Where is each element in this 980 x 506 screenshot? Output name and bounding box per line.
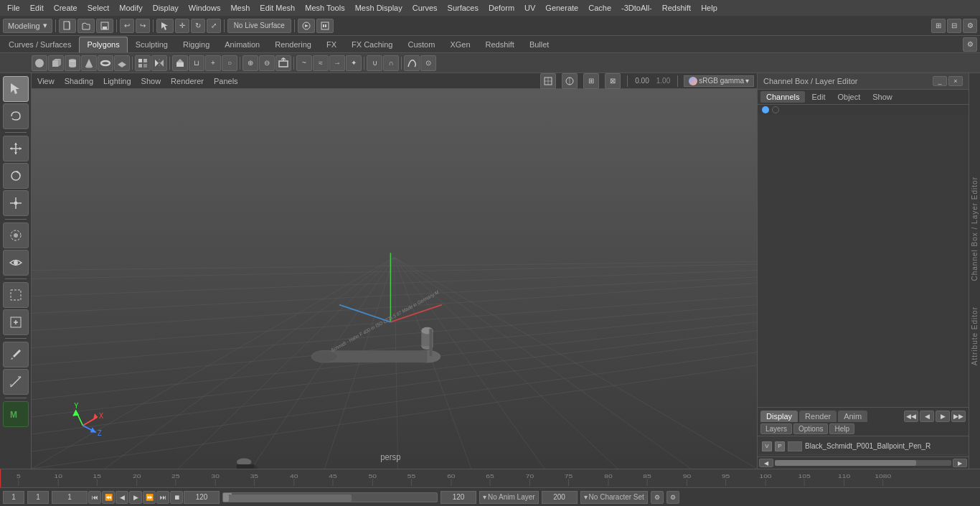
stop-btn[interactable]: ⏹	[170, 491, 183, 504]
tab-sculpting[interactable]: Sculpting	[128, 37, 175, 52]
sculpt-btn[interactable]	[404, 55, 420, 71]
range-end-2[interactable]	[542, 491, 578, 504]
transfer-attr-btn[interactable]: →	[329, 55, 345, 71]
cube-btn[interactable]	[48, 55, 64, 71]
combine-btn[interactable]: ⊕	[242, 55, 258, 71]
ipr-btn[interactable]	[316, 19, 334, 33]
menu-mesh-tools[interactable]: Mesh Tools	[301, 2, 349, 14]
options-menu[interactable]: Options	[793, 423, 828, 434]
max-range-input[interactable]	[440, 491, 476, 504]
vp-icon-3[interactable]: ⊞	[583, 73, 599, 89]
vp-icon-2[interactable]	[562, 73, 578, 89]
menu-mesh[interactable]: Mesh	[226, 2, 254, 14]
rotate-tool[interactable]	[3, 163, 29, 189]
layer-color-swatch[interactable]	[788, 441, 802, 451]
subdiv-proxy-btn[interactable]	[135, 55, 151, 71]
menu-redshift[interactable]: Redshift	[658, 2, 695, 14]
right-panel-minimize[interactable]: _	[933, 76, 947, 86]
edit-tab[interactable]: Edit	[806, 91, 831, 103]
layer-nav-4[interactable]: ▶▶	[951, 411, 966, 422]
menu-surfaces[interactable]: Surfaces	[443, 2, 483, 14]
booleans-btn[interactable]: ∪	[367, 55, 382, 71]
save-file-btn[interactable]	[96, 19, 113, 33]
tabs-settings-btn[interactable]: ⚙	[963, 37, 977, 52]
viewport[interactable]: X Y Z	[32, 89, 757, 469]
measure-tool[interactable]	[3, 369, 29, 395]
menu-create[interactable]: Create	[50, 2, 82, 14]
viewport-panels-menu[interactable]: Panels	[211, 75, 241, 87]
menu-edit-mesh[interactable]: Edit Mesh	[255, 2, 299, 14]
scale-tool[interactable]	[3, 190, 29, 216]
channels-tab[interactable]: Channels	[760, 91, 805, 103]
undo-btn[interactable]: ↩	[120, 19, 134, 33]
rotate-tool-btn[interactable]: ↻	[191, 19, 205, 33]
scale-tool-btn[interactable]: ⤢	[207, 19, 221, 33]
tab-custom[interactable]: Custom	[401, 37, 443, 52]
vp-icon-4[interactable]: ⊠	[605, 73, 621, 89]
cone-btn[interactable]	[81, 55, 97, 71]
menu-curves[interactable]: Curves	[408, 2, 442, 14]
menu-uv[interactable]: UV	[520, 2, 540, 14]
move-tool[interactable]	[3, 136, 29, 161]
frame-input-2[interactable]	[27, 491, 49, 504]
average-btn[interactable]: ≈	[313, 55, 329, 71]
layer-scroll-right[interactable]: ▶	[953, 459, 967, 467]
layer-p-btn[interactable]: P	[775, 441, 785, 451]
relax-btn[interactable]: ⊙	[420, 55, 436, 71]
menu-generate[interactable]: Generate	[541, 2, 583, 14]
char-set-dropdown[interactable]: ▾ No Character Set	[580, 491, 648, 504]
tool-settings-toggle[interactable]: ⚙	[963, 19, 977, 33]
channel-box-toggle[interactable]: ⊞	[931, 19, 946, 33]
mirror-btn[interactable]	[151, 55, 167, 71]
menu-help[interactable]: Help	[697, 2, 722, 14]
new-file-btn[interactable]	[59, 19, 76, 33]
layer-nav-3[interactable]: ▶	[936, 411, 950, 422]
timeline-slider[interactable]	[222, 492, 438, 502]
cylinder-btn[interactable]	[65, 55, 80, 71]
layer-nav-1[interactable]: ◀◀	[904, 411, 918, 422]
sphere-btn[interactable]	[32, 55, 47, 71]
char-prefs-btn[interactable]: ⚙	[666, 491, 679, 504]
timeline-ruler[interactable]: 5 10 15 20 25 30 35 40 45 50 5	[0, 469, 980, 487]
live-surface-btn[interactable]: No Live Surface	[227, 19, 291, 33]
extract-btn[interactable]	[275, 55, 291, 71]
anim-prefs-btn[interactable]: ⚙	[651, 491, 664, 504]
show-hide-tool[interactable]	[3, 250, 29, 276]
menu-modify[interactable]: Modify	[115, 2, 146, 14]
torus-btn[interactable]	[98, 55, 113, 71]
menu-edit[interactable]: Edit	[26, 2, 48, 14]
tab-bullet[interactable]: Bullet	[522, 37, 557, 52]
show-tab[interactable]: Show	[867, 91, 898, 103]
lasso-tool[interactable]	[3, 103, 29, 129]
tab-curves-surfaces[interactable]: Curves / Surfaces	[1, 37, 78, 52]
tab-fx-caching[interactable]: FX Caching	[344, 37, 400, 52]
play-forward-btn[interactable]: ▶	[129, 491, 142, 504]
menu-display[interactable]: Display	[149, 2, 183, 14]
color-space-dropdown[interactable]: sRGB gamma ▾	[684, 75, 754, 87]
tab-rendering[interactable]: Rendering	[268, 37, 319, 52]
paint-tool[interactable]	[3, 342, 29, 367]
layers-menu[interactable]: Layers	[760, 423, 792, 434]
range-end-input[interactable]	[184, 491, 220, 504]
render-tab[interactable]: Render	[799, 411, 837, 422]
extrude-btn[interactable]	[172, 55, 188, 71]
viewport-shading-menu[interactable]: Shading	[62, 75, 96, 87]
tab-xgen[interactable]: XGen	[443, 37, 477, 52]
select-tool[interactable]	[3, 76, 29, 102]
viewport-view-menu[interactable]: View	[34, 75, 57, 87]
menu-file[interactable]: File	[3, 2, 24, 14]
tab-rigging[interactable]: Rigging	[176, 37, 217, 52]
tab-redshift[interactable]: Redshift	[479, 37, 522, 52]
object-tab[interactable]: Object	[831, 91, 866, 103]
help-menu[interactable]: Help	[829, 423, 854, 434]
menu-select[interactable]: Select	[83, 2, 114, 14]
tab-animation[interactable]: Animation	[217, 37, 267, 52]
viewport-lighting-menu[interactable]: Lighting	[100, 75, 134, 87]
add-select-tool[interactable]	[3, 309, 29, 335]
open-file-btn[interactable]	[77, 19, 95, 33]
soft-select-tool[interactable]	[3, 222, 29, 248]
layer-scrollbar-track[interactable]	[775, 460, 951, 466]
menu-cache[interactable]: Cache	[584, 2, 616, 14]
layer-row-0[interactable]: V P Black_Schmidt_P001_Ballpoint_Pen_R	[759, 438, 967, 455]
menu-3dtoall[interactable]: -3DtoAll-	[617, 2, 656, 14]
